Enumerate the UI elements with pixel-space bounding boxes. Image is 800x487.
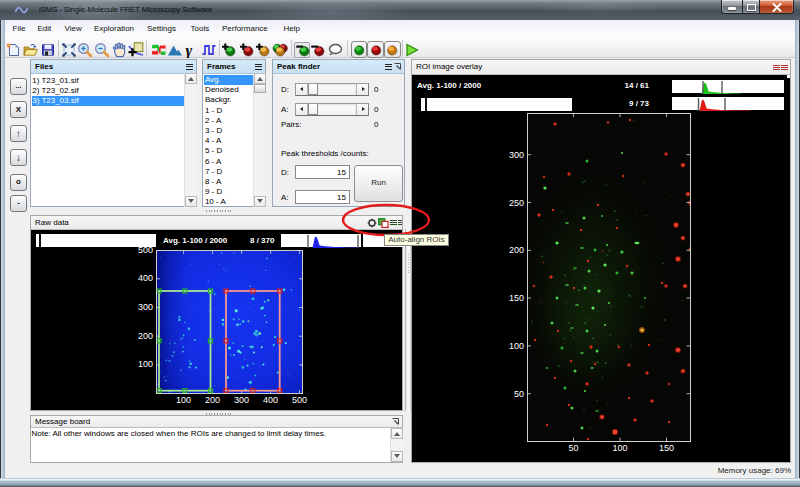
svg-text:γ: γ (186, 42, 193, 58)
